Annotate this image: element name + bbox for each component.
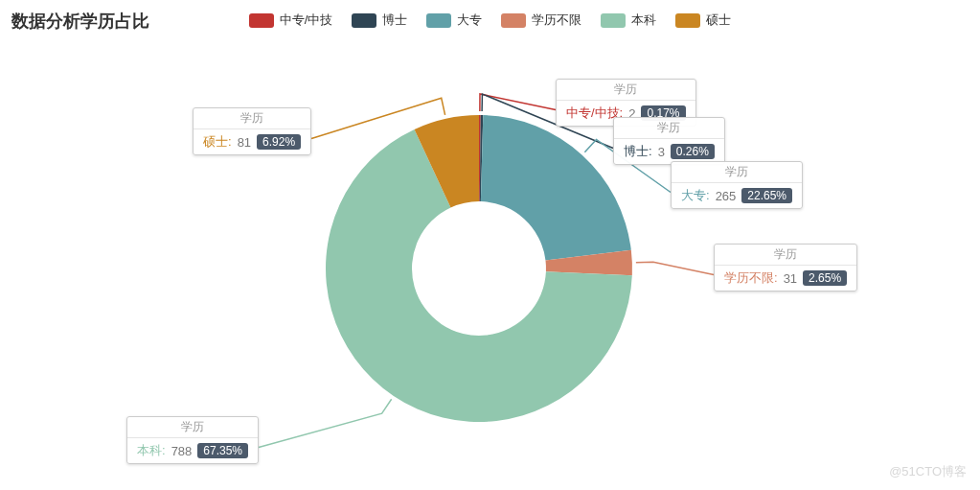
slice-label-name: 大专: [681,187,710,204]
slice-label-value: 31 [784,271,797,286]
leader-line-3 [636,262,714,274]
slice-label-percent: 67.35% [197,443,248,458]
watermark: @51CTO博客 [889,463,967,480]
slice-label-value: 788 [171,444,193,458]
slice-label-header: 学历 [127,417,258,438]
slice-label-header: 学历 [557,80,695,101]
slice-label-name: 硕士: [203,133,232,151]
slice-label-name: 博士: [624,143,652,160]
slice-label-percent: 22.65% [741,188,792,203]
slice-label-3: 学历学历不限:312.65% [714,244,857,292]
pie-slice-2[interactable] [481,115,631,261]
slice-label-header: 学历 [194,108,310,129]
slice-label-body: 硕士:816.92% [194,129,310,154]
slice-label-body: 学历不限:312.65% [715,266,856,291]
slice-label-body: 大专:26522.65% [672,183,802,208]
slice-label-percent: 0.26% [671,144,715,159]
slice-label-4: 学历本科:78867.35% [126,416,259,464]
leader-line-4 [259,399,392,447]
slice-label-name: 学历不限: [724,269,778,287]
slice-label-percent: 6.92% [257,134,301,150]
slice-label-value: 3 [658,145,665,159]
slice-label-header: 学历 [672,162,802,183]
slice-label-header: 学历 [614,118,724,139]
slice-label-name: 本科: [137,442,166,459]
slice-label-value: 81 [238,135,251,150]
slice-label-5: 学历硕士:816.92% [193,107,311,155]
slice-label-2: 学历大专:26522.65% [671,161,803,209]
slice-label-value: 265 [716,189,737,203]
slice-label-body: 本科:78867.35% [127,438,258,463]
slice-label-header: 学历 [715,245,856,266]
slice-label-1: 学历博士:30.26% [613,117,725,165]
slice-label-percent: 2.65% [803,270,847,286]
